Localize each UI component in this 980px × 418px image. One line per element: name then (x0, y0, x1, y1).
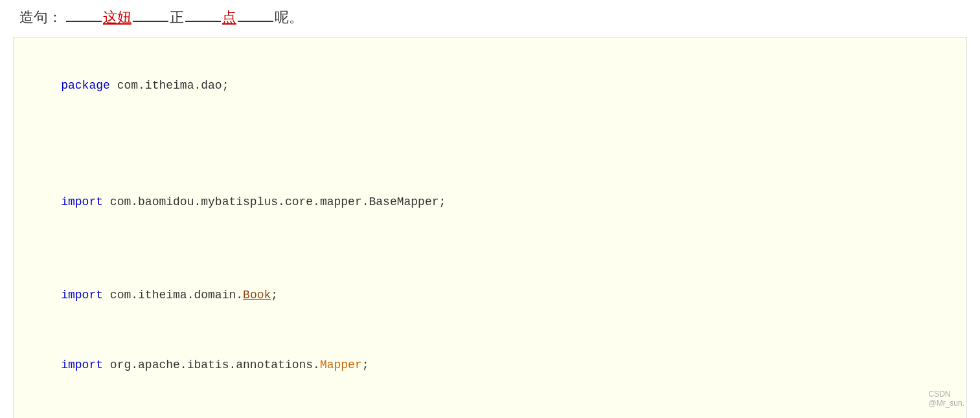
code-line-blank-1 (33, 120, 947, 144)
sentence-row: 造句： 这妞 正 点 呢。 (0, 0, 980, 37)
sentence-label: 造句： (19, 8, 62, 27)
sentence-end: 呢。 (275, 8, 303, 27)
kw-package: package (61, 79, 110, 92)
code-line-blank-4 (33, 400, 947, 418)
word3: 点 (222, 8, 236, 27)
word1: 这妞 (103, 8, 131, 27)
kw-import-1: import (61, 195, 103, 208)
blank1 (66, 21, 102, 22)
word2: 正 (170, 8, 184, 27)
code-line-1: package com.itheima.dao; (33, 50, 947, 120)
code-line-4: import com.baomidou.mybatisplus.core.map… (33, 167, 947, 237)
kw-import-3: import (61, 358, 103, 371)
blank2 (133, 21, 168, 22)
mapper-link: Mapper (320, 358, 362, 371)
code-line-6: import com.itheima.domain.Book; (33, 260, 947, 330)
code-line-7: import org.apache.ibatis.annotations.Map… (33, 330, 947, 400)
book-link-1: Book (243, 289, 271, 302)
code-block: package com.itheima.dao; import com.baom… (13, 37, 967, 418)
blank4 (238, 21, 273, 22)
blank3 (185, 21, 221, 22)
kw-import-2: import (61, 289, 103, 302)
code-line-blank-3 (33, 237, 947, 260)
code-line-blank-2 (33, 144, 947, 167)
